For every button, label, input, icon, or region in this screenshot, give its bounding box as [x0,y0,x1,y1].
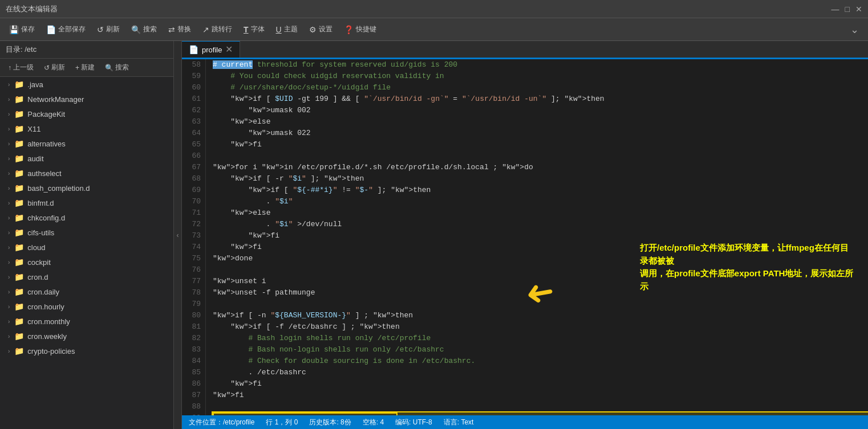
expand-icon: › [8,244,10,251]
theme-icon: U [276,25,282,34]
sidebar-item[interactable]: ›📁cloud [0,240,173,255]
folder-icon: 📁 [14,272,24,281]
file-name: cron.weekly [27,332,67,341]
shortcuts-button[interactable]: ❓ 快捷键 [339,22,381,36]
code-line: "kw">umask 002 [213,105,868,116]
sidebar-item[interactable]: ›📁chkconfig.d [0,210,173,225]
line-number: 80 [186,310,201,321]
line-number: 87 [186,390,201,401]
code-line: "kw">fi [213,242,868,253]
sidebar-collapse-handle[interactable]: ‹ [174,41,182,429]
new-button[interactable]: + 新建 [72,61,98,74]
up-button[interactable]: ↑ 上一级 [5,61,37,74]
code-line: "kw">umask 022 [213,128,868,139]
save-label: 保存 [21,24,35,34]
code-line: "kw">fi [213,390,868,401]
sidebar-item[interactable]: ›📁authselect [0,166,173,181]
status-history: 历史版本: 8份 [309,418,351,427]
folder-icon: 📁 [14,287,24,296]
code-line: "kw">fi [213,378,868,390]
settings-icon: ⚙ [309,25,317,34]
code-line: "kw">if [ "${-##*i}" != "$-" ]; "kw">the… [213,185,868,196]
file-name: cron.monthly [27,317,70,326]
sidebar-refresh-button[interactable]: ↺ 刷新 [40,61,68,74]
sidebar-search-button[interactable]: 🔍 搜索 [102,61,132,74]
window-controls: — □ ✕ [832,5,862,14]
code-line: # Bash login shells run only /etc/profil… [213,333,868,344]
sidebar-item[interactable]: ›📁cifs-utils [0,225,173,240]
close-button[interactable]: ✕ [855,5,862,14]
expand-icon: › [8,348,10,354]
code-line: # /usr/share/doc/setup-*/uidgid file [213,82,868,93]
line-number: 75 [186,253,201,264]
expand-toolbar-button[interactable]: ⌄ [846,21,863,38]
code-line: "kw">else [213,207,868,219]
settings-label: 设置 [319,24,332,34]
sidebar-item[interactable]: ›📁cron.d [0,269,173,284]
file-list: ›📁.java›📁NetworkManager›📁PackageKit›📁X11… [0,77,173,429]
line-number: 81 [186,321,201,333]
sidebar-item[interactable]: ›📁crypto-policies [0,344,173,358]
goto-icon: ↗ [202,25,209,34]
folder-icon: 📁 [14,198,24,207]
folder-icon: 📁 [14,302,24,311]
line-number: 83 [186,344,201,356]
expand-icon: › [8,259,10,265]
code-line: "kw">unset i [213,276,868,287]
line-number: 60 [186,82,201,93]
folder-icon: 📁 [14,228,24,237]
save-all-button[interactable]: 📄 全部保存 [42,22,90,36]
tab-close-button[interactable]: ✕ [225,45,233,54]
line-number: 62 [186,105,201,116]
shortcuts-icon: ❓ [344,25,354,34]
file-name: cifs-utils [27,228,54,237]
sidebar-item[interactable]: ›📁cron.hourly [0,299,173,314]
settings-button[interactable]: ⚙ 设置 [305,22,337,36]
theme-label: 主题 [284,24,298,34]
sidebar-item[interactable]: ›📁cron.monthly [0,314,173,329]
sidebar-item[interactable]: ›📁bash_completion.d [0,181,173,195]
file-name: cron.daily [27,288,59,296]
sidebar-item[interactable]: ›📁cron.weekly [0,329,173,344]
search-button[interactable]: 🔍 搜索 [127,22,161,36]
folder-icon: 📁 [14,95,24,104]
search-label: 搜索 [143,24,157,34]
sidebar-item[interactable]: ›📁PackageKit [0,107,173,121]
maximize-button[interactable]: □ [845,5,850,14]
sidebar-refresh-icon: ↺ [44,64,50,72]
sidebar-item[interactable]: ›📁binfmt.d [0,195,173,210]
folder-icon: 📁 [14,317,24,326]
line-number: 76 [186,264,201,276]
sidebar-item[interactable]: ›📁NetworkManager [0,92,173,107]
code-area[interactable]: # current threshold for system reserved … [206,59,868,415]
folder-icon: 📁 [14,124,24,133]
line-number: 77 [186,276,201,287]
status-space: 空格: 4 [363,418,384,427]
minimize-button[interactable]: — [832,5,839,14]
sidebar-item[interactable]: ›📁cockpit [0,255,173,269]
theme-button[interactable]: U 主题 [271,22,302,36]
sidebar-item[interactable]: ›📁cron.daily [0,284,173,299]
replace-button[interactable]: ⇄ 替换 [164,22,196,36]
folder-icon: 📁 [14,258,24,267]
code-line: "kw">else [213,116,868,128]
line-number: 65 [186,139,201,150]
folder-icon: 📁 [14,332,24,341]
tab-profile[interactable]: 📄 profile ✕ [182,41,240,58]
folder-icon: 📁 [14,139,24,148]
expand-icon: › [8,333,10,340]
file-name: cron.hourly [27,303,64,311]
line-numbers: 5859606162636465666768697071727374757677… [182,59,206,415]
refresh-button[interactable]: ↺ 刷新 [92,22,124,36]
line-number: 78 [186,287,201,299]
font-button[interactable]: T 字体 [239,22,269,36]
sidebar-header: 目录: /etc [0,41,173,59]
sidebar-item[interactable]: ›📁alternatives [0,136,173,151]
sidebar-item[interactable]: ›📁X11 [0,121,173,136]
save-button[interactable]: 💾 保存 [5,22,39,36]
sidebar-item[interactable]: ›📁.java [0,77,173,92]
file-name: binfmt.d [27,199,54,207]
line-number: 86 [186,378,201,390]
sidebar-item[interactable]: ›📁audit [0,151,173,166]
goto-button[interactable]: ↗ 跳转行 [198,22,237,36]
